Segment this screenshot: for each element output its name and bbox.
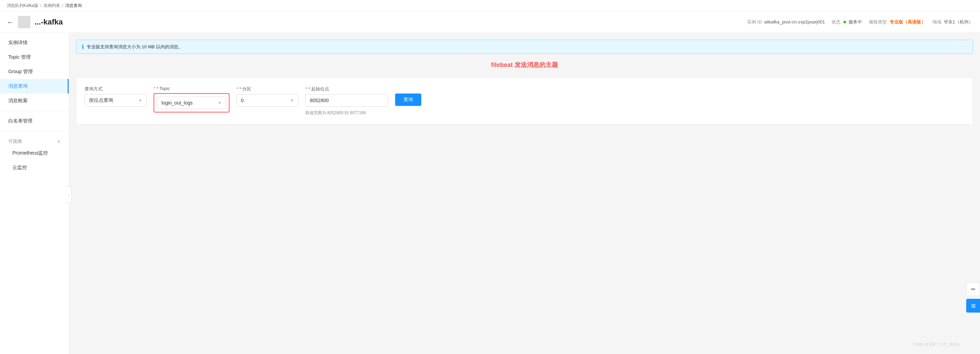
form-group-topic: * * Topic login_out_logs ▼ xyxy=(154,86,229,113)
sidebar-divider xyxy=(0,111,69,111)
query-method-select[interactable]: 按位点查询 ▼ xyxy=(84,94,146,106)
breadcrumb-sep-1: / xyxy=(40,3,41,8)
form-card: 查询方式 按位点查询 ▼ * * Topic login_out_logs ▼ xyxy=(76,77,973,125)
breadcrumb-item-3: 消息查询 xyxy=(65,3,82,9)
back-button[interactable]: ← xyxy=(7,18,14,26)
sidebar-collapse-handle[interactable]: ‹ xyxy=(66,186,72,203)
topic-select[interactable]: login_out_logs ▼ xyxy=(157,97,226,109)
sidebar-item-prometheus[interactable]: Prometheus监控 xyxy=(0,146,69,160)
start-offset-label: * * 起始位点 xyxy=(305,86,388,92)
edit-icon-button[interactable]: ✏ xyxy=(966,282,980,296)
page-subtitle: filebeat 发送消息的主题 xyxy=(76,61,973,69)
status-value: 服务中 xyxy=(848,19,862,24)
start-offset-input[interactable]: 8052800 xyxy=(305,94,388,106)
form-group-query-method: 查询方式 按位点查询 ▼ xyxy=(84,86,146,106)
form-group-start-offset: * * 起始位点 8052800 取值范围为 8052800 到 8077166 xyxy=(305,86,388,116)
grid-icon: ⊞ xyxy=(971,303,975,309)
main-content: ℹ 专业版支持查询消息大小为 10 MB 以内的消息。 filebeat 发送消… xyxy=(69,33,980,354)
group-toggle-icon[interactable]: ∧ xyxy=(57,139,60,144)
start-offset-value: 8052800 xyxy=(310,98,329,103)
sidebar-item-topic-mgmt[interactable]: Topic 管理 xyxy=(0,50,69,65)
right-edge-panel: ✏ ⊞ xyxy=(966,282,980,313)
status-group: 状态 服务中 xyxy=(832,19,862,25)
partition-value: 0 xyxy=(241,98,243,103)
region-group: 地域 华东1（杭州） xyxy=(932,19,973,25)
spec-value: 专业版（高读版） xyxy=(889,19,926,24)
sidebar-item-whitelist[interactable]: 白名单管理 xyxy=(0,114,69,129)
query-button[interactable]: 查询 xyxy=(395,94,421,106)
status-dot xyxy=(843,21,846,24)
query-method-value: 按位点查询 xyxy=(89,97,113,103)
breadcrumb-item-1[interactable]: 消息队列Kafka版 xyxy=(7,3,38,9)
spec-group: 规格类型 专业版（高读版） xyxy=(869,19,925,25)
query-method-dropdown-arrow: ▼ xyxy=(138,98,142,103)
info-banner: ℹ 专业版支持查询消息大小为 10 MB 以内的消息。 xyxy=(76,40,973,54)
header-right: 实例 ID alikafka_post-cn-zvp2pxarj001 状态 服… xyxy=(747,19,973,25)
info-icon: ℹ xyxy=(82,43,84,50)
form-group-query-btn: 查询 xyxy=(395,86,421,106)
grid-icon-button[interactable]: ⊞ xyxy=(966,299,980,313)
topic-dropdown-arrow: ▼ xyxy=(218,101,221,105)
form-group-partition: * * 分区 0 ▼ xyxy=(236,86,299,106)
partition-label: * * 分区 xyxy=(236,86,299,92)
topic-value: login_out_logs xyxy=(161,100,192,106)
partition-dropdown-arrow: ▼ xyxy=(290,98,294,103)
info-banner-text: 专业版支持查询消息大小为 10 MB 以内的消息。 xyxy=(87,44,183,50)
instance-id-value: alikafka_post-cn-zvp2pxarj001 xyxy=(764,19,825,24)
avatar xyxy=(18,16,30,28)
watermark: CSDN @天草二十六_简村人 xyxy=(912,342,961,347)
breadcrumb-item-2[interactable]: 实例列表 xyxy=(43,3,60,9)
sidebar-group-observable: 可观测 ∧ xyxy=(0,134,69,146)
instance-name: ...-kafka xyxy=(35,17,63,27)
page-header: ← ...-kafka 实例 ID alikafka_post-cn-zvp2p… xyxy=(0,12,980,33)
instance-id-label: 实例 ID alikafka_post-cn-zvp2pxarj001 xyxy=(747,19,825,25)
header-left: ← ...-kafka xyxy=(7,16,63,28)
offset-hint: 取值范围为 8052800 到 8077166 xyxy=(305,110,388,116)
topic-highlight-wrapper: login_out_logs ▼ xyxy=(154,93,229,113)
sidebar-item-cloud-monitor[interactable]: 云监控 xyxy=(0,160,69,175)
sidebar-divider-2 xyxy=(0,131,69,132)
topic-label: * * Topic xyxy=(154,86,229,91)
sidebar-item-msg-query[interactable]: 消息查询 xyxy=(0,79,69,94)
breadcrumb: 消息队列Kafka版 / 实例列表 / 消息查询 xyxy=(0,0,980,12)
breadcrumb-sep-2: / xyxy=(62,3,63,8)
region-value: 华东1（杭州） xyxy=(944,19,973,24)
partition-select[interactable]: 0 ▼ xyxy=(236,94,299,106)
form-row: 查询方式 按位点查询 ▼ * * Topic login_out_logs ▼ xyxy=(84,86,964,116)
query-method-label: 查询方式 xyxy=(84,86,146,92)
sidebar-item-msg-search[interactable]: 消息检索 xyxy=(0,94,69,108)
sidebar-item-instance-detail[interactable]: 实例详情 xyxy=(0,35,69,50)
edit-icon: ✏ xyxy=(971,286,975,292)
sidebar: 实例详情 Topic 管理 Group 管理 消息查询 消息检索 白名单管理 可… xyxy=(0,33,69,354)
sidebar-item-group-mgmt[interactable]: Group 管理 xyxy=(0,65,69,79)
